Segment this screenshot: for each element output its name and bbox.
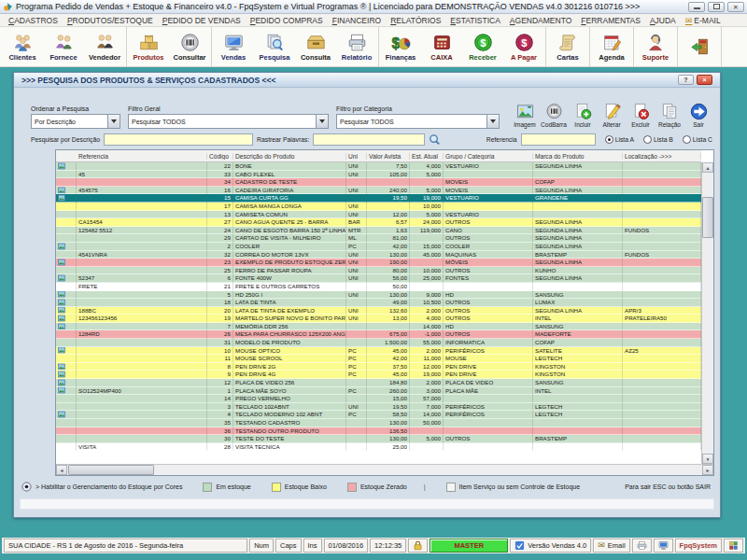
toolbar-receber[interactable]: $Receber	[462, 27, 503, 66]
toolbar-a-pagar[interactable]: $A Pagar	[503, 27, 544, 66]
scroll-left-arrow-icon[interactable]: ◄	[56, 465, 67, 475]
menu-item-estatistica[interactable]: ESTATISTICA	[445, 16, 505, 25]
menu-item-e-mail[interactable]: ✉E-MAIL	[681, 16, 726, 25]
table-row[interactable]: 13CAMISETA COMUNUNI12,005,000VESTUARIO	[56, 211, 701, 219]
toolbar-suporte[interactable]: Suporte	[635, 27, 676, 66]
toolbar-vendedor[interactable]: Vendedor	[84, 27, 125, 66]
table-row[interactable]: 7MEMÓRIA DDR 25614,000HDSANSUNG	[56, 323, 701, 331]
panel-close-button[interactable]: ×	[697, 75, 712, 85]
scroll-down-arrow-icon[interactable]: ▼	[702, 454, 713, 464]
menu-item-cadastros[interactable]: CADASTROS	[4, 16, 63, 25]
toolbar-cartas[interactable]: Cartas	[547, 27, 588, 66]
toolbar-agenda[interactable]: Agenda	[591, 27, 632, 66]
table-row[interactable]: 188BC20LATA DE TINTA DE EXEMPLOUNI132,60…	[56, 307, 701, 315]
table-row[interactable]: 4533CABO FLEXELUNI105,005,000	[56, 171, 701, 179]
table-row[interactable]: FRETE21FRETE E OUTROS CARRETOS50,00	[56, 283, 701, 291]
toolbar-pesquisa[interactable]: Pesquisa	[254, 27, 295, 66]
table-row[interactable]: 36TESTANDO OUTRO PRODUTO136,50	[56, 427, 701, 436]
table-row[interactable]: 11MOUSE SCROOLPC42,0011,000MOUSELEGTECH	[56, 355, 701, 363]
menu-item-pedido-compras[interactable]: PEDIDO COMPRAS	[246, 16, 328, 25]
toolbar-consulta[interactable]: Consulta	[295, 27, 336, 66]
toolbar-relat-rio[interactable]: Relatório	[336, 27, 377, 66]
table-row[interactable]: 523476FONTE 400WUNI56,0025,000FONTESSEGU…	[56, 274, 701, 283]
restore-button[interactable]	[708, 2, 725, 12]
table-row[interactable]: 10MOUSE OPTICOPC45,002,000PERIFÉRICOSSAT…	[56, 347, 701, 356]
search-go[interactable]	[429, 133, 441, 146]
codbarra-button[interactable]: CodBarra	[540, 103, 568, 129]
dropdown-arrow-icon[interactable]	[316, 115, 328, 128]
table-row[interactable]: 125482 551224CANO DE ESGOTO BARRA 150 2ª…	[56, 227, 701, 235]
table-row[interactable]: 30TESTE DO TESTE130,005,000OUTROSBRASTEM…	[56, 435, 701, 443]
toolbar-consultar[interactable]: Consultar	[169, 27, 210, 66]
table-row[interactable]: 35TESTANDO CADASTRO130,0050,000	[56, 419, 701, 427]
incluir-button[interactable]: Incluir	[569, 103, 597, 129]
menu-item-ferramentas[interactable]: FERRAMENTAS	[576, 16, 645, 25]
status-email[interactable]: ✉Email	[593, 539, 629, 553]
table-row[interactable]: 12PLACA DE VIDEO 256184,802,000PLACA DE …	[56, 379, 701, 387]
dropdown-arrow-icon[interactable]	[107, 115, 120, 128]
vertical-scrollbar[interactable]: ▲ ▼	[701, 162, 713, 464]
menu-item-pedido-de-vendas[interactable]: PEDIDO DE VENDAS	[158, 16, 246, 25]
minimize-button[interactable]	[688, 2, 705, 12]
horizontal-scrollbar[interactable]: ◄ ►	[56, 464, 713, 475]
table-row[interactable]: 5HD 250G IUNI130,009,000HDSANSUNG	[56, 291, 701, 300]
table-row[interactable]: 4541VNRA32CORREA DO MOTOR 13VXUNI130,004…	[56, 251, 701, 259]
search-desc-input[interactable]	[104, 133, 253, 146]
toolbar-clientes[interactable]: Clientes	[2, 27, 43, 66]
reference-input[interactable]	[521, 133, 596, 146]
table-row[interactable]: 8PEN DRIVE 2GPC37,5012,000PEN DRIVEKINGS…	[56, 363, 701, 371]
sair-button[interactable]: Sair	[684, 103, 712, 129]
table-row[interactable]: CA1545427CANO AGUA QUENTE 25 - BARRABAR6…	[56, 218, 701, 227]
stock-colors-toggle[interactable]: > Habilitar o Gerenciamento do Estoque p…	[21, 482, 182, 492]
table-row[interactable]: 1284RD26MESA PARA CHURRASCO 125X200 ANGE…	[56, 330, 701, 339]
close-button[interactable]: ✕	[727, 2, 744, 12]
vertical-scroll-thumb[interactable]	[702, 197, 713, 238]
search-words-input[interactable]	[313, 133, 425, 146]
toolbar-vendas[interactable]: Vendas	[213, 27, 254, 66]
table-row[interactable]: VISITA28VISITA TECNICA25,00	[56, 443, 701, 452]
table-row[interactable]: 4TECLADO MODERNO 102 ABNTPC58,5014,000PE…	[56, 411, 701, 419]
scroll-right-arrow-icon[interactable]: ►	[702, 465, 713, 475]
table-row[interactable]: 12345612345619MARTELO SUPER NOVO E BONIT…	[56, 315, 701, 323]
menu-item-produtos-estoque[interactable]: PRODUTOS/ESTOQUE	[63, 16, 158, 25]
toolbar-fornece[interactable]: Fornece	[43, 27, 84, 66]
radio-lista-b[interactable]: Lista B	[643, 135, 673, 144]
table-row[interactable]: 23EXEMPLO DE PRODUTO ESTOQUE ZERADOUNI19…	[56, 259, 701, 267]
toolbar-sair-button[interactable]	[679, 27, 720, 66]
table-row[interactable]: 25FERRO DE PASSAR ROUPAUNI80,0010,000OUT…	[56, 267, 701, 275]
table-row[interactable]: 9PEN DRIVE 4GPC45,0019,000PEN DRIVEKINGS…	[56, 371, 701, 379]
horizontal-scroll-thumb[interactable]	[68, 465, 154, 475]
filter-dropdown-ordenar-a-pesquisa[interactable]: Por Descrição	[31, 114, 120, 129]
alterar-button[interactable]: Alterar	[598, 103, 626, 129]
status-master[interactable]: MASTER	[430, 539, 508, 553]
excluir-button[interactable]: Excluir	[627, 103, 655, 129]
menu-item-relat-rios[interactable]: RELATÓRIOS	[386, 16, 445, 25]
rela-o-button[interactable]: Relação	[655, 103, 684, 129]
table-row[interactable]: 29CARTAO DE VISITA - MILHEIROML81,00OUTR…	[56, 234, 701, 243]
toolbar-caixa[interactable]: CAIXA	[421, 27, 462, 66]
table-row[interactable]: 18LATA DE TINTA49,0010,500OUTROSLUMAX	[56, 299, 701, 307]
table-row[interactable]: 3TECLADO 102ABNTUNI19,507,000PERIFÉRICOS…	[56, 403, 701, 412]
menu-item-agendamento[interactable]: AGENDAMENTO	[505, 16, 576, 25]
table-row[interactable]: SO12524MP4001PLACA MÃE SOYOPC260,003,000…	[56, 387, 701, 396]
table-row[interactable]: 14PREGO VERMELHO15,0057,000	[56, 395, 701, 403]
table-row[interactable]: 17CAMISA MANGA LONGAUNI10,000	[56, 203, 701, 211]
filter-dropdown-filtro-geral[interactable]: Pesquisar TODOS	[128, 114, 329, 129]
toolbar-finan-as[interactable]: $Finanças	[380, 27, 421, 66]
toolbar-produtos[interactable]: Produtos	[128, 27, 169, 66]
table-row[interactable]: 15CAMISA CURTA GG19,5019,000VESTUARIOGRA…	[56, 194, 701, 203]
panel-help-button[interactable]: ?	[678, 75, 694, 85]
menu-item-financeiro[interactable]: FINANCEIRO	[328, 16, 386, 25]
radio-lista-a[interactable]: Lista A	[605, 135, 634, 144]
dropdown-arrow-icon[interactable]	[486, 115, 499, 128]
table-row[interactable]: 45457516CADEIRA GIRATORIAUNI240,005,000M…	[56, 187, 701, 195]
scroll-up-arrow-icon[interactable]: ▲	[702, 162, 713, 173]
status-fpqsystem[interactable]: FpqSystem	[675, 539, 722, 553]
menu-item-ajuda[interactable]: AJUDA	[645, 16, 681, 25]
table-row[interactable]: 34CADASTRO DE TESTEMOVEISCOFAP	[56, 178, 701, 187]
filter-dropdown-filtro-por-categoria[interactable]: Pesquisar TODOS	[336, 114, 500, 129]
table-row[interactable]: 2COOLERPC42,0015,000COOLERSEGUNDA LINHA	[56, 243, 701, 251]
table-row[interactable]: 31MODELO DE PRODUTO1.500,0055,000INFORMA…	[56, 339, 701, 347]
table-row[interactable]: 22BONEUNI7,504,000VESTUARIOSEGUNDA LINHA	[56, 162, 701, 171]
imagem-button[interactable]: Imagem	[511, 103, 539, 129]
